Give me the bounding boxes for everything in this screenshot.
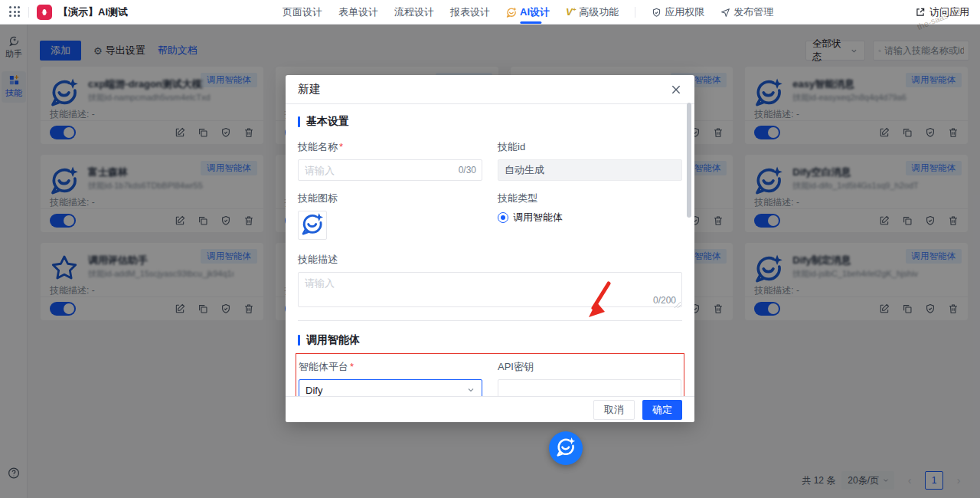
- modal-footer: 取消 确定: [286, 396, 694, 422]
- divider: [635, 7, 635, 18]
- access-app-button[interactable]: 访问应用: [915, 0, 969, 25]
- api-key-label: API密钥: [498, 360, 681, 374]
- top-bar: 【演示】AI测试 页面设计表单设计流程设计报表设计 AI设计V+高级功能应用权限…: [0, 0, 980, 25]
- send-icon: [720, 8, 730, 18]
- shield-icon: [652, 8, 662, 18]
- api-key-input[interactable]: [498, 379, 681, 396]
- confirm-button[interactable]: 确定: [642, 400, 682, 420]
- skill-name-input[interactable]: [298, 159, 482, 181]
- agent-platform-select[interactable]: Dify: [299, 379, 482, 396]
- nav-item-3[interactable]: 报表设计: [450, 0, 490, 25]
- app-screen: 【演示】AI测试 页面设计表单设计流程设计报表设计 AI设计V+高级功能应用权限…: [0, 0, 980, 498]
- new-skill-modal: 新建 基本设置 技能名称* 0/30 技能id 自动生成: [286, 75, 694, 422]
- chat-spark-icon: [301, 212, 324, 238]
- section-basic-settings: 基本设置: [298, 115, 682, 129]
- v-plus-icon: V+: [566, 6, 576, 18]
- external-link-icon: [915, 7, 926, 18]
- nav-item-0[interactable]: 页面设计: [283, 0, 322, 25]
- cancel-button[interactable]: 取消: [593, 400, 635, 420]
- app-grid-icon[interactable]: [9, 6, 21, 18]
- skill-type-radio[interactable]: 调用智能体: [498, 211, 682, 224]
- skill-id-input: 自动生成: [498, 159, 682, 181]
- chevron-down-icon: [466, 385, 475, 395]
- app-logo: [37, 5, 52, 20]
- modal-body: 基本设置 技能名称* 0/30 技能id 自动生成 技能图标: [286, 104, 694, 396]
- nav-item-7[interactable]: 发布管理: [720, 0, 773, 25]
- modal-header: 新建: [286, 75, 694, 104]
- logo-glyph-icon: [40, 8, 49, 17]
- divider: [298, 320, 682, 321]
- desc-counter: 0/200: [653, 295, 676, 306]
- skill-type-label: 技能类型: [498, 192, 682, 205]
- agent-platform-label: 智能体平台*: [299, 360, 482, 374]
- resize-handle[interactable]: [675, 302, 681, 308]
- nav-item-4[interactable]: AI设计: [506, 0, 550, 25]
- divider: [28, 7, 29, 18]
- main-nav: 页面设计表单设计流程设计报表设计 AI设计V+高级功能应用权限发布管理: [283, 0, 773, 25]
- skill-icon-picker[interactable]: [298, 211, 327, 240]
- section-call-agent: 调用智能体: [298, 333, 682, 347]
- page-title: 【演示】AI测试: [58, 5, 128, 19]
- nav-item-6[interactable]: 应用权限: [652, 0, 704, 25]
- nav-item-2[interactable]: 流程设计: [394, 0, 434, 25]
- ai-chat-spark-icon: [506, 7, 517, 18]
- chat-spark-icon: [556, 437, 576, 460]
- modal-scrollbar[interactable]: [687, 103, 691, 218]
- skill-desc-textarea[interactable]: [298, 272, 682, 307]
- nav-item-1[interactable]: 表单设计: [338, 0, 378, 25]
- annotation-red-box: 智能体平台* Dify API密钥: [296, 353, 684, 396]
- name-counter: 0/30: [459, 165, 476, 175]
- skill-desc-label: 技能描述: [298, 253, 682, 267]
- nav-item-5[interactable]: V+高级功能: [566, 0, 619, 25]
- skill-icon-label: 技能图标: [298, 192, 482, 205]
- ai-assistant-fab[interactable]: [549, 431, 583, 465]
- skill-name-label: 技能名称*: [298, 140, 482, 154]
- modal-title: 新建: [298, 82, 321, 97]
- radio-selected-icon: [498, 212, 508, 223]
- skill-id-label: 技能id: [498, 140, 682, 154]
- close-icon[interactable]: [670, 84, 682, 96]
